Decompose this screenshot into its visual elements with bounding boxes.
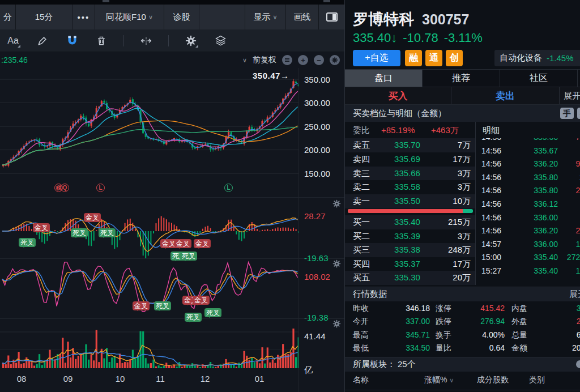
f10-button[interactable]: 同花顺F10∨ (95, 5, 164, 29)
quote-label: 涨停 (436, 304, 451, 314)
column-header-3[interactable]: 类别 (529, 375, 545, 385)
tab-sell[interactable]: 卖出 (451, 87, 560, 104)
zoom-in-button[interactable]: + (298, 55, 308, 65)
detail-column-label: 明细 (483, 125, 500, 136)
auto-scale-button[interactable] (282, 55, 292, 65)
event-marker[interactable]: L (96, 184, 105, 192)
column-header-0[interactable]: 名称 (353, 375, 369, 385)
ask-level-4[interactable]: 卖四335.6917万 (345, 152, 475, 167)
tick-row: 14:56336.1240 (476, 198, 580, 211)
quote-value: 3.95 (538, 304, 580, 313)
trade-tabs: 买入 卖出 展开 (345, 87, 580, 105)
more-periods-button[interactable]: ••• (72, 5, 95, 29)
draw-line-button[interactable]: 画线 (285, 5, 318, 29)
golden-cross-badge: 金叉 (174, 239, 191, 248)
last-price: 335.40↓ (353, 31, 397, 45)
golden-cross-badge: 金叉 (84, 213, 101, 222)
pen-tool-button[interactable] (35, 33, 50, 48)
event-marker[interactable]: L (224, 184, 233, 192)
panel-tabs: 盘口推荐社区 (345, 69, 580, 87)
column-header-2[interactable]: 成分股数 (477, 375, 509, 385)
golden-cross-badge: 金叉 (193, 296, 210, 305)
chevron-down-icon: ∨ (272, 14, 277, 21)
time-tick-label: 12 (201, 374, 210, 384)
quote-label: 最高 (353, 330, 369, 340)
period-toolbar: 分 15分 ••• 同花顺F10∨ 诊股 显示∨ 画线 (0, 5, 344, 29)
quote-label: 总量 (511, 330, 527, 340)
chart-area[interactable]: 350.47→ 350.00300.00250.00200.00150.0028… (0, 68, 344, 392)
tick-row: 15:27335.4010万 (476, 265, 580, 278)
zoom-out-button[interactable]: − (314, 55, 324, 65)
quote-value: 415.42 (462, 304, 505, 313)
side-panel-toggle-button[interactable] (318, 5, 344, 29)
sector-change-pct: -1.45% (547, 53, 574, 63)
ask-level-2[interactable]: 卖二335.583万 (345, 180, 475, 194)
tab-0[interactable]: 盘口 (345, 70, 423, 87)
bid-level-4[interactable]: 买四335.3717万 (345, 257, 475, 271)
price-change: -10.78 (403, 31, 438, 45)
ask-level-3[interactable]: 卖三335.663万 (345, 167, 475, 181)
expand-quote-button[interactable]: 展开 (569, 289, 580, 300)
indicator-settings-gear-icon[interactable] (332, 319, 341, 328)
period-button-partial[interactable]: 分 (0, 5, 16, 29)
tick-row: 15:00335.402723万 (476, 251, 580, 265)
column-header-1[interactable]: 涨幅% ∨ (424, 375, 454, 385)
pen-icon (37, 35, 48, 46)
quote-label: 量比 (436, 343, 451, 353)
bid-level-5[interactable]: 买五335.3020万 (345, 271, 475, 285)
bid-level-3[interactable]: 买三335.38248万 (345, 243, 475, 257)
quote-value: 4.00% (462, 330, 505, 339)
time-tick-label: 01 (255, 374, 265, 384)
toolbar-spacer (199, 5, 245, 29)
stock-code: 300757 (422, 11, 469, 27)
current-price: 335.40↓-10.78-3.11% (353, 31, 488, 45)
unit-amount-toggle[interactable]: 额 (577, 108, 580, 119)
layers-icon (215, 35, 227, 46)
tab-2[interactable]: 社区 (500, 70, 578, 87)
spacing-adjust-button[interactable] (139, 33, 153, 48)
chart-header-settings-button[interactable] (330, 55, 340, 65)
industry-sector-chip[interactable]: 自动化设备-1.45% (494, 50, 580, 66)
tab-1[interactable]: 推荐 (423, 70, 500, 87)
chinext-flag-badge[interactable]: 创 (446, 50, 463, 66)
table-row-divider (344, 390, 580, 390)
period-button-15min[interactable]: 15分 (16, 5, 72, 29)
magnet-tool-button[interactable] (65, 33, 79, 48)
weibi-label: 委比 (353, 125, 370, 136)
quote-value: 337.00 (379, 317, 430, 326)
add-watchlist-button[interactable]: +自选 (353, 50, 400, 66)
ask-level-1[interactable]: 卖一335.5010万 (345, 194, 475, 208)
display-menu-button[interactable]: 显示∨ (245, 5, 285, 29)
quote-value: 276.94 (462, 317, 505, 326)
bid-level-1[interactable]: 买一335.40215万 (345, 215, 475, 229)
margin-flag-badge[interactable]: 融 (405, 50, 422, 66)
expand-trade-button[interactable]: 展开 (560, 87, 580, 104)
tick-row: 14:57336.0013万 (476, 238, 580, 252)
chart-header-row: :235.46 ∨ 前复权 + − (0, 52, 344, 68)
kdj-panel (0, 258, 298, 318)
death-cross-badge: 死叉 (204, 308, 221, 317)
weibi-row: 委比 +85.19% +463万 明细 (345, 122, 580, 138)
bid-level-2[interactable]: 买二335.393万 (345, 229, 475, 244)
golden-cross-badge: 金叉 (133, 301, 150, 310)
toggle-pill[interactable] (576, 360, 580, 368)
indicator-settings-gear-icon[interactable] (332, 259, 341, 268)
text-tool-button[interactable]: Aa (6, 33, 20, 48)
connect-flag-badge[interactable]: 通 (425, 50, 442, 66)
death-cross-badge: 死叉 (180, 252, 197, 261)
diagnose-button[interactable]: 诊股 (164, 5, 199, 29)
adjust-mode-label[interactable]: 前复权 (253, 55, 276, 65)
indicator-settings-gear-icon[interactable] (332, 199, 341, 208)
quote-label: 跌停 (436, 317, 451, 327)
unit-hand-toggle[interactable]: 手 (560, 108, 574, 119)
ask-level-5[interactable]: 卖五335.707万 (345, 138, 475, 152)
chart-settings-button[interactable] (184, 33, 198, 48)
event-marker[interactable]: 税Q (54, 184, 69, 192)
layers-button[interactable] (213, 33, 228, 48)
quote-label: 外盘 (511, 317, 527, 327)
tick-detail-list: 14:56335.6674万14:56335.674014:56336.2094… (476, 138, 580, 285)
tab-buy[interactable]: 买入 (345, 87, 451, 104)
width-adjust-icon (140, 35, 152, 46)
quote-value: 334.50 (379, 343, 430, 352)
delete-tool-button[interactable] (94, 33, 109, 48)
